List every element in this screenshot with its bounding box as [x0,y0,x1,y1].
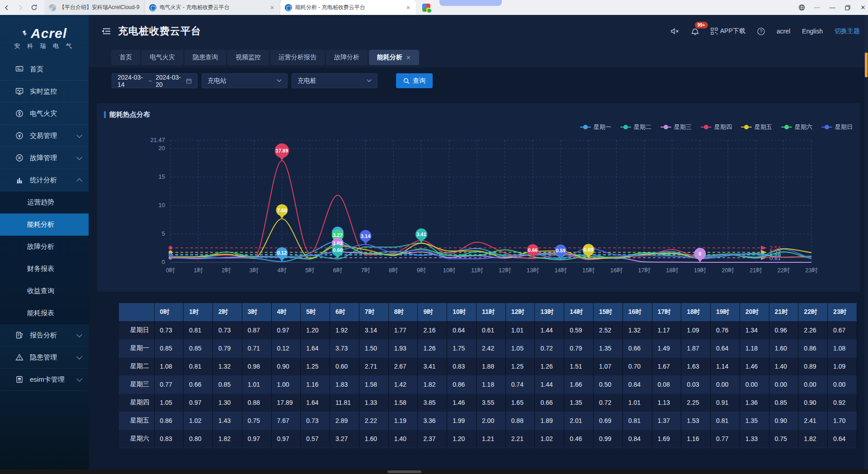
sidebar-item-home[interactable]: 首页 [0,58,89,81]
page-tab-video-monitor[interactable]: 视频监控 [227,50,269,65]
browser-globe-button[interactable] [794,0,809,15]
page-tab-home[interactable]: 首页 [111,50,140,65]
svg-text:0.69: 0.69 [584,247,593,252]
browser-tab-energy-analysis[interactable]: 能耗分析 - 充电桩收费云平台✕ [280,0,416,15]
horizontal-scrollbar[interactable] [0,469,868,474]
chevron-down-icon [277,79,282,82]
table-cell: 0.75 [242,412,271,430]
browser-menu-button[interactable]: ⋯ [809,0,825,15]
svg-text:3.14: 3.14 [361,233,371,239]
table-cell: 0.81 [184,357,213,375]
sidebar-item-transaction-mgmt[interactable]: 交易管理 [0,125,89,147]
mute-button[interactable] [671,28,679,35]
logo-title: Acrel [31,26,67,41]
sidebar-item-stats-analysis[interactable]: 统计分析 [0,169,89,191]
query-button[interactable]: 查询 [396,73,433,88]
date-range-picker[interactable]: 2024-03-14 ~ 2024-03-20 [112,73,198,88]
legend-label: 星期五 [755,123,772,131]
page-tab-operation-report[interactable]: 运营分析报告 [270,50,325,65]
sidebar-item-hazard-mgmt[interactable]: 隐患管理 [0,346,89,369]
tab-close-icon[interactable]: ✕ [405,5,411,11]
sidebar-subitem-label: 运营趋势 [27,198,54,207]
browser-forward-button[interactable] [14,0,27,15]
table-col-header: 14时 [564,303,594,321]
sidebar-item-electrical-fire[interactable]: 电气火灾 [0,103,89,125]
browser-tab-electrical-fire[interactable]: 电气火灾 - 充电桩收费云平台✕ [145,0,280,15]
sidebar-subitem-fault-analysis[interactable]: 故障分析 [0,236,89,258]
legend-item-星期二[interactable]: 星期二 [620,123,651,131]
table-cell: 1.93 [388,339,418,357]
sidebar-item-report-analysis[interactable]: 报告分析 [0,324,89,346]
table-cell: 1.51 [564,357,594,375]
window-close-button[interactable]: ✕ [855,0,868,15]
table-cell: 0.90 [798,393,828,412]
username[interactable]: acrel [777,28,790,35]
sidebar-collapse-button[interactable] [101,27,111,35]
sidebar-subitem-energy-analysis[interactable]: 能耗分析 [0,213,89,236]
browser-tab-title: 能耗分析 - 充电桩收费云平台 [295,4,402,11]
language-switch[interactable]: English [802,28,823,35]
sidebar-subitem-financial-report[interactable]: 财务报表 [0,258,89,280]
svg-text:18时: 18时 [666,267,678,274]
table-col-header: 9时 [418,303,447,321]
svg-text:0.12: 0.12 [277,250,287,256]
window-minimize-button[interactable]: — [825,0,840,15]
table-cell: 0.96 [769,321,798,339]
extension-pinwheel-icon[interactable] [422,4,430,12]
table-cell: 1.87 [681,339,711,357]
sidebar-item-fault-mgmt[interactable]: 故障管理 [0,147,89,169]
browser-tab-intro[interactable]: 【平台介绍】安科瑞AcrelCloud-9 [44,0,145,15]
table-cell: 0.83 [447,357,476,375]
horizontal-scrollbar-thumb[interactable] [387,470,421,473]
table-cell: 1.09 [828,357,857,375]
chart-legend: 星期一星期二星期三星期四星期五星期六星期日 [580,123,853,131]
page-tab-energy-analysis[interactable]: 能耗分析✕ [369,50,419,65]
table-cell: 0.00 [740,375,769,393]
table-col-header: 23时 [828,303,857,321]
table-cell: 0.86 [798,339,828,357]
legend-item-星期一[interactable]: 星期一 [580,123,611,131]
tab-close-icon[interactable]: ✕ [269,5,275,11]
panel-title: 能耗热点分布 [109,110,150,119]
theme-switch-link[interactable]: 切换主题 [835,27,860,35]
sidebar-item-realtime-monitor[interactable]: 实时监控 [0,81,89,103]
help-button[interactable]: ? [757,28,765,35]
energy-data-table: 0时1时2时3时4时5时6时7时8时9时10时11时12时13时14时15时16… [119,303,857,448]
notifications-button[interactable]: 99+ [691,27,699,35]
legend-item-星期四[interactable]: 星期四 [701,123,732,131]
legend-item-星期日[interactable]: 星期日 [821,123,853,131]
dashboard-icon [15,65,24,73]
table-cell: 0.00 [828,375,857,393]
page-tab-hazard-query[interactable]: 隐患查询 [184,50,226,65]
browser-reload-button[interactable] [27,0,41,15]
legend-item-星期三[interactable]: 星期三 [660,123,692,131]
window-restore-button[interactable] [840,0,855,15]
sidebar-subitem-operation-trend[interactable]: 运营趋势 [0,191,89,213]
legend-item-星期六[interactable]: 星期六 [781,123,812,131]
table-col-header: 12时 [505,303,535,321]
table-cell: 1.64 [301,393,330,412]
page-tab-electrical-fire[interactable]: 电气火灾 [142,50,183,65]
card-icon [15,375,24,384]
tab-close-icon[interactable]: ✕ [406,54,411,61]
vertical-scrollbar-thumb[interactable] [865,52,868,77]
table-cell: 1.67 [652,357,681,375]
page-tab-fault-analysis[interactable]: 故障分析 [326,50,368,65]
acrel-logo: Acrel 安 科 瑞 电 气 [0,15,89,55]
table-cell: 1.44 [535,375,564,393]
sidebar-item-esim-card-mgmt[interactable]: esim卡管理 [0,369,89,391]
pile-select[interactable]: 充电桩 [292,73,377,88]
table-cell: 1.58 [359,375,388,393]
sidebar-subitem-revenue-query[interactable]: 收益查询 [0,280,89,302]
sidebar-subitem-energy-report[interactable]: 能耗报表 [0,302,89,324]
app-download-button[interactable]: APP下载 [711,27,745,35]
station-select[interactable]: 充电站 [202,73,288,88]
browser-back-button[interactable] [0,0,14,15]
marker-pin-星期日-0.59: 0.59 [555,245,566,259]
fire-icon [15,109,24,118]
table-cell: 1.02 [184,412,213,430]
legend-item-星期五[interactable]: 星期五 [741,123,772,131]
notification-badge: 99+ [695,22,708,28]
logo-subtitle: 安 科 瑞 电 气 [14,42,74,50]
vertical-scrollbar[interactable] [864,15,868,469]
